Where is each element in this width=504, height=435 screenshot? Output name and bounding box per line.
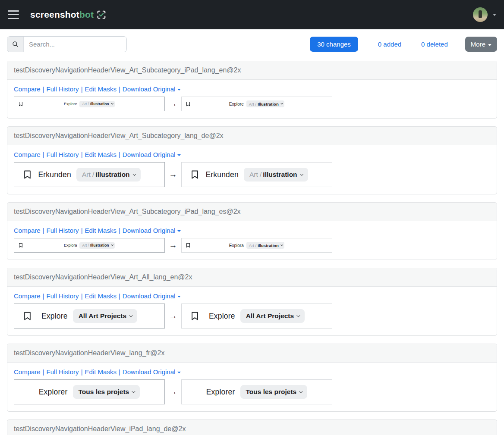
category-chip: All Art Projects: [240, 309, 305, 323]
mini-header-label: Erkunden: [38, 170, 71, 179]
chevron-down-icon: [132, 172, 136, 175]
mini-header-label: Explorer: [39, 388, 68, 397]
bookmark-icon: [186, 243, 190, 248]
full-history-link[interactable]: Full History: [47, 151, 79, 158]
search-bar: [7, 36, 127, 52]
bookmark-icon: [23, 311, 32, 321]
screenshot-name: testDiscoveryNavigationHeaderView_iPad_l…: [7, 420, 497, 435]
category-chip: Art /Illustration: [76, 168, 141, 182]
category-chip: Art /Illustration: [79, 101, 115, 107]
mini-header-label: Explora: [229, 243, 244, 248]
top-navbar: screenshotbot: [0, 0, 504, 29]
filter-toolbar: 30 changes 0 added 0 deleted More: [0, 29, 504, 52]
arrow-right-icon: →: [167, 170, 179, 179]
screenshot-thumbnail-new[interactable]: Explore All Art Projects: [181, 304, 332, 329]
download-original-dropdown[interactable]: Download Original: [123, 368, 181, 376]
screenshot-name: testDiscoveryNavigationHeaderView_Art_Su…: [7, 127, 497, 145]
full-history-link[interactable]: Full History: [47, 85, 79, 93]
screenshot-card: testDiscoveryNavigationHeaderView_iPad_l…: [7, 419, 497, 435]
full-history-link[interactable]: Full History: [47, 227, 79, 234]
chevron-down-icon: [129, 313, 132, 317]
bookmark-icon: [186, 101, 190, 106]
category-chip: All Art Projects: [73, 309, 137, 323]
screenshot-name: testDiscoveryNavigationHeaderView_Art_Su…: [7, 61, 497, 80]
chevron-down-icon: [177, 154, 181, 156]
category-chip: Art /Illustration: [79, 242, 115, 249]
screenshot-thumbnail-new[interactable]: Explore Art /Illustration: [181, 97, 332, 111]
category-chip: Art /Illustration: [246, 242, 284, 249]
logo-check-icon: [97, 10, 106, 19]
card-actions: Compare|Full History|Edit Masks|Download…: [14, 368, 490, 376]
chevron-down-icon: [177, 89, 181, 91]
compare-link[interactable]: Compare: [14, 227, 41, 234]
chevron-down-icon: [280, 102, 283, 104]
chevron-down-icon: [132, 389, 135, 393]
screenshot-thumbnail-old[interactable]: Explora Art /Illustration: [14, 238, 165, 253]
screenshot-thumbnail-old[interactable]: Explore All Art Projects: [14, 304, 165, 329]
edit-masks-link[interactable]: Edit Masks: [85, 368, 117, 376]
screenshot-thumbnail-new[interactable]: Explora Art /Illustration: [181, 238, 332, 253]
compare-link[interactable]: Compare: [14, 85, 41, 93]
user-menu-chevron-down-icon[interactable]: [493, 12, 496, 18]
screenshot-name: testDiscoveryNavigationHeaderView_Art_Su…: [7, 203, 497, 221]
chevron-down-icon: [296, 313, 300, 317]
category-chip: Art /Illustration: [244, 168, 308, 182]
changes-button[interactable]: 30 changes: [310, 37, 358, 52]
chevron-down-icon: [280, 244, 283, 246]
download-original-dropdown[interactable]: Download Original: [123, 151, 181, 158]
arrow-right-icon: →: [167, 99, 179, 109]
compare-link[interactable]: Compare: [14, 292, 41, 300]
chevron-down-icon: [111, 102, 113, 104]
bookmark-icon: [191, 170, 199, 179]
chevron-down-icon: [177, 372, 181, 373]
user-avatar[interactable]: [473, 7, 488, 22]
download-original-dropdown[interactable]: Download Original: [123, 292, 181, 300]
screenshot-thumbnail-old[interactable]: Explore Art /Illustration: [14, 97, 165, 111]
changes-summary: 30 changes 0 added 0 deleted More: [310, 37, 497, 52]
card-actions: Compare|Full History|Edit Masks|Download…: [14, 226, 490, 235]
mini-header-label: Erkunden: [205, 170, 239, 179]
category-chip: Art /Illustration: [246, 100, 284, 107]
screenshot-card: testDiscoveryNavigationHeaderView_lang_f…: [7, 344, 497, 412]
screenshot-thumbnail-old[interactable]: Explorer Tous les projets: [14, 379, 165, 404]
compare-link[interactable]: Compare: [14, 368, 41, 376]
chevron-down-icon: [177, 296, 181, 297]
added-link[interactable]: 0 added: [378, 41, 401, 48]
edit-masks-link[interactable]: Edit Masks: [85, 227, 117, 234]
screenshot-thumbnail-new[interactable]: Erkunden Art /Illustration: [181, 162, 332, 187]
card-actions: Compare|Full History|Edit Masks|Download…: [14, 150, 490, 159]
more-button[interactable]: More: [465, 37, 497, 52]
bookmark-icon: [23, 170, 32, 179]
chevron-down-icon: [299, 389, 302, 393]
screenshot-card: testDiscoveryNavigationHeaderView_Art_Su…: [7, 126, 497, 194]
screenshot-card: testDiscoveryNavigationHeaderView_Art_Su…: [7, 202, 497, 260]
edit-masks-link[interactable]: Edit Masks: [85, 85, 117, 93]
screenshot-name: testDiscoveryNavigationHeaderView_Art_Al…: [7, 268, 497, 287]
screenshot-thumbnail-old[interactable]: Erkunden Art /Illustration: [14, 162, 165, 187]
screenshot-name: testDiscoveryNavigationHeaderView_lang_f…: [7, 344, 497, 363]
arrow-right-icon: →: [167, 241, 179, 250]
mini-header-label: Explorer: [206, 388, 235, 397]
full-history-link[interactable]: Full History: [47, 368, 79, 376]
full-history-link[interactable]: Full History: [47, 292, 79, 300]
screenshot-card: testDiscoveryNavigationHeaderView_Art_Al…: [7, 268, 497, 336]
mini-header-label: Explore: [64, 102, 77, 106]
compare-link[interactable]: Compare: [14, 151, 41, 158]
arrow-right-icon: →: [167, 387, 179, 397]
edit-masks-link[interactable]: Edit Masks: [85, 151, 117, 158]
deleted-link[interactable]: 0 deleted: [421, 41, 448, 48]
chevron-down-icon: [111, 244, 113, 246]
category-chip: Tous les projets: [240, 385, 308, 399]
download-original-dropdown[interactable]: Download Original: [123, 85, 181, 93]
search-input[interactable]: [24, 37, 126, 52]
card-actions: Compare|Full History|Edit Masks|Download…: [14, 85, 490, 94]
screenshotbot-logo[interactable]: screenshotbot: [30, 9, 106, 20]
download-original-dropdown[interactable]: Download Original: [123, 227, 181, 234]
chevron-down-icon: [300, 172, 303, 175]
screenshot-card: testDiscoveryNavigationHeaderView_Art_Su…: [7, 61, 497, 119]
screenshot-thumbnail-new[interactable]: Explorer Tous les projets: [181, 379, 332, 404]
mini-header-label: Explore: [229, 102, 244, 106]
hamburger-menu-icon[interactable]: [8, 10, 19, 19]
edit-masks-link[interactable]: Edit Masks: [85, 292, 117, 300]
search-icon: [7, 37, 24, 52]
